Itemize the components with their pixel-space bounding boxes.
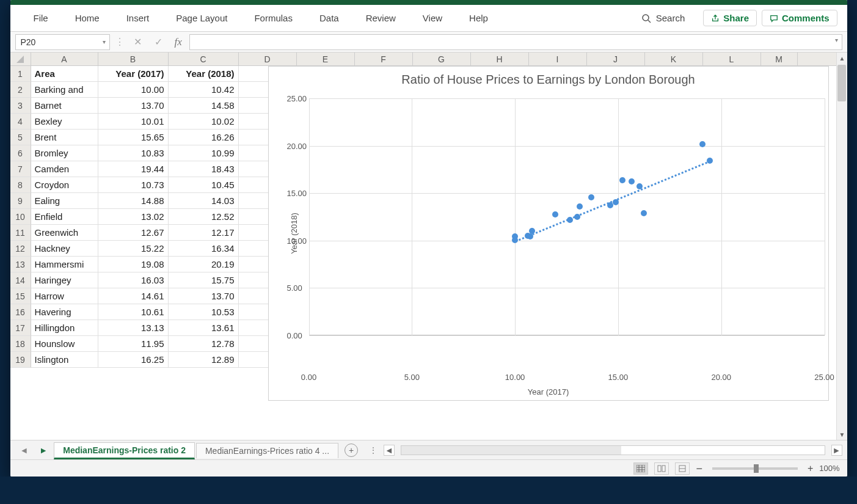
ribbon-tab-data[interactable]: Data [306,5,352,32]
cell[interactable]: 16.03 [98,272,169,288]
data-point[interactable] [613,199,619,205]
ribbon-tab-file[interactable]: File [20,5,62,32]
formula-input[interactable] [189,34,842,50]
search-box[interactable]: Search [628,13,699,23]
cell[interactable]: 10.53 [169,304,239,320]
data-point[interactable] [607,202,613,208]
col-header-L[interactable]: L [703,53,761,66]
row-header[interactable]: 7 [10,161,31,177]
cell[interactable]: 14.61 [98,288,169,304]
ribbon-tab-insert[interactable]: Insert [113,5,163,32]
row-header[interactable]: 3 [10,98,31,114]
row-header[interactable]: 9 [10,193,31,209]
zoom-slider[interactable] [712,467,798,470]
data-point[interactable] [588,194,594,200]
cell[interactable]: 10.45 [169,177,239,193]
cell[interactable]: Barnet [31,98,98,114]
scroll-up-icon[interactable]: ▲ [837,53,847,64]
cell[interactable]: 13.70 [169,288,239,304]
data-point[interactable] [552,211,558,217]
cell[interactable]: Ealing [31,193,98,209]
col-header-C[interactable]: C [169,53,239,66]
cell[interactable]: 10.00 [98,82,169,98]
cell[interactable]: Camden [31,161,98,177]
data-point[interactable] [699,141,706,147]
view-page-layout-button[interactable] [654,462,669,475]
cell[interactable]: Brent [31,130,98,145]
cell[interactable]: 16.25 [98,352,169,368]
tab-menu-icon[interactable]: ⋮ [364,445,382,455]
cell[interactable]: Bexley [31,114,98,130]
cell[interactable]: 12.17 [169,225,239,241]
zoom-thumb[interactable] [754,464,759,473]
row-header[interactable]: 12 [10,241,31,257]
cell[interactable]: Bromley [31,145,98,161]
data-point[interactable] [574,214,580,220]
cell[interactable]: Hillingdon [31,320,98,336]
scroll-down-icon[interactable]: ▼ [837,429,847,440]
cell[interactable]: 18.43 [169,161,239,177]
ribbon-tab-review[interactable]: Review [352,5,409,32]
ribbon-tab-page-layout[interactable]: Page Layout [162,5,241,32]
cell[interactable]: 13.13 [98,320,169,336]
cell[interactable]: Hackney [31,241,98,257]
cell[interactable]: 10.61 [98,304,169,320]
col-header-K[interactable]: K [645,53,703,66]
cell[interactable]: Croydon [31,177,98,193]
cell[interactable]: 11.95 [98,336,169,352]
cell[interactable]: Year (2018) [169,66,239,82]
row-header[interactable]: 4 [10,114,31,130]
add-sheet-button[interactable]: + [345,444,358,457]
fx-icon[interactable]: fx [171,36,186,48]
cell[interactable]: 15.65 [98,130,169,145]
col-header-F[interactable]: F [355,53,413,66]
cell[interactable]: 10.02 [169,114,239,130]
cell[interactable]: Harrow [31,288,98,304]
tab-next-icon[interactable]: ► [34,445,53,455]
sheet-tab-other[interactable]: MedianEarnings-Prices ratio 4 ... [196,443,338,458]
cell[interactable]: Hounslow [31,336,98,352]
sheet-tab-active[interactable]: MedianEarnings-Prices ratio 2 [54,442,195,459]
cell[interactable]: 19.08 [98,257,169,272]
cell[interactable]: 14.58 [169,98,239,114]
col-header-B[interactable]: B [98,53,169,66]
col-header-D[interactable]: D [239,53,297,66]
row-header[interactable]: 8 [10,177,31,193]
ribbon-tab-home[interactable]: Home [62,5,113,32]
col-header-A[interactable]: A [31,53,98,66]
cell[interactable]: 20.19 [169,257,239,272]
data-point[interactable] [629,178,635,184]
col-header-M[interactable]: M [761,53,798,66]
cell[interactable]: 16.26 [169,130,239,145]
cell[interactable]: 13.61 [169,320,239,336]
data-point[interactable] [577,203,583,210]
hscroll-thumb[interactable] [401,446,621,455]
tab-prev-icon[interactable]: ◄ [15,445,34,455]
cell[interactable]: 15.75 [169,272,239,288]
cell[interactable]: Hammersmi [31,257,98,272]
cell[interactable]: 10.99 [169,145,239,161]
cancel-icon[interactable]: ✕ [129,36,147,48]
cell[interactable]: 15.22 [98,241,169,257]
zoom-out-button[interactable]: − [696,464,702,473]
cell[interactable]: 10.01 [98,114,169,130]
data-point[interactable] [641,210,647,216]
cell[interactable]: 10.73 [98,177,169,193]
hscroll-right-icon[interactable]: ► [831,445,842,456]
row-header[interactable]: 10 [10,209,31,225]
name-box[interactable]: P20 [15,34,110,50]
cell[interactable]: 14.03 [169,193,239,209]
row-header[interactable]: 2 [10,82,31,98]
cell[interactable]: Year (2017) [98,66,169,82]
ribbon-tab-formulas[interactable]: Formulas [241,5,306,32]
row-header[interactable]: 1 [10,66,31,82]
share-button[interactable]: Share [703,10,757,26]
scroll-thumb[interactable] [837,65,846,101]
ribbon-tab-help[interactable]: Help [456,5,501,32]
cell[interactable]: 10.42 [169,82,239,98]
chart[interactable]: Ratio of House Prices to Earnings by Lon… [268,66,829,401]
data-point[interactable] [619,177,625,183]
row-header[interactable]: 15 [10,288,31,304]
row-header[interactable]: 19 [10,352,31,368]
data-point[interactable] [636,183,643,189]
